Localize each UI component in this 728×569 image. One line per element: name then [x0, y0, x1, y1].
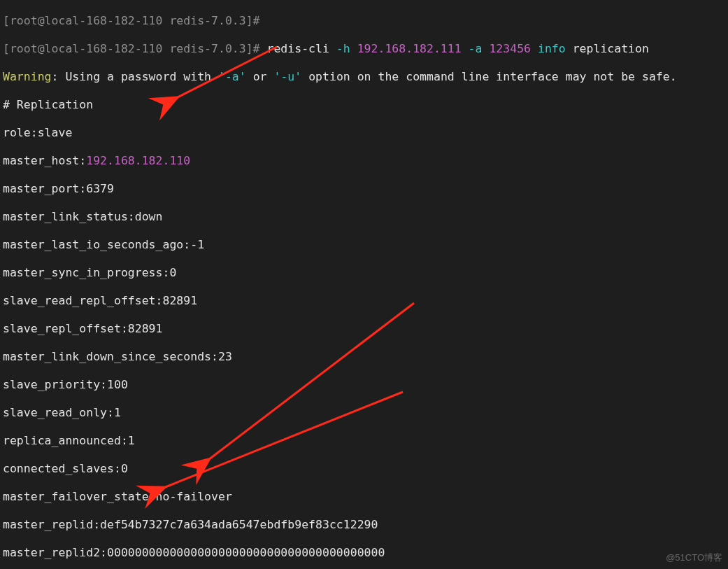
prompt: [root@local-168-182-110 redis-7.0.3]#: [3, 42, 267, 55]
host: 192.168.182.111: [357, 42, 469, 55]
kv-line: master_sync_in_progress:0: [3, 266, 725, 280]
warn-label: Warning: [3, 70, 52, 83]
warn-text: : Using a password with: [52, 70, 218, 83]
kv-line: connected_slaves:0: [3, 462, 725, 476]
flag: -h: [336, 42, 357, 55]
kv-val: 192.168.182.110: [86, 154, 190, 167]
kv-line: master_link_down_since_seconds:23: [3, 350, 725, 364]
kv-line: master_last_io_seconds_ago:-1: [3, 238, 725, 252]
terminal-output: [root@local-168-182-110 redis-7.0.3]# [r…: [0, 0, 728, 569]
kv-line: slave_read_repl_offset:82891: [3, 294, 725, 308]
warn-flag: '-u': [273, 70, 301, 83]
prompt: [root@local-168-182-110 redis-7.0.3]#: [3, 14, 260, 27]
warn-text: option on the command line interface may…: [301, 70, 676, 83]
kv-line: master_failover_state:no-failover: [3, 490, 725, 504]
kv-key: master_link_status:: [3, 210, 135, 223]
warn-flag: '-a': [218, 70, 246, 83]
warn-text: or: [246, 70, 274, 83]
flag: -a: [469, 42, 490, 55]
kv-line: replica_announced:1: [3, 434, 725, 448]
kv-line: slave_repl_offset:82891: [3, 322, 725, 336]
pw: 123456: [489, 42, 538, 55]
section-header: # Replication: [3, 98, 725, 112]
kv-val: down: [135, 210, 163, 223]
kv-key: master_host:: [3, 154, 86, 167]
info-kw: info: [538, 42, 573, 55]
kv-line: master_replid2:0000000000000000000000000…: [3, 546, 725, 560]
kv-line: slave_read_only:1: [3, 406, 725, 420]
cmd: redis-cli: [267, 42, 336, 55]
kv-line: role:slave: [3, 126, 725, 140]
kv-line: master_replid:def54b7327c7a634ada6547ebd…: [3, 518, 725, 532]
arg: replication: [573, 42, 649, 55]
kv-line: master_port:6379: [3, 182, 725, 196]
kv-line: slave_priority:100: [3, 378, 725, 392]
